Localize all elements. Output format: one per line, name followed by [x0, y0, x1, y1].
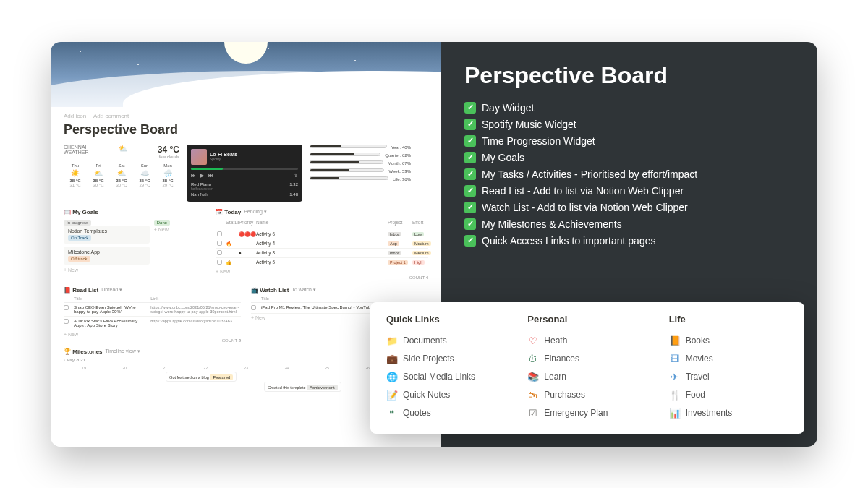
checkbox[interactable]	[64, 319, 69, 324]
goal-card[interactable]: Milestone AppOff track	[64, 247, 150, 265]
progress-row: Year: 40%	[310, 145, 411, 150]
check-icon: ✓	[464, 202, 476, 213]
new-task-button[interactable]: + New	[216, 269, 428, 274]
feature-item: ✓My Milestones & Achievements	[464, 218, 794, 230]
link-icon: ⏱	[527, 354, 538, 364]
link-icon: 💼	[386, 354, 397, 364]
quick-link[interactable]: 🌐Social Media Links	[386, 368, 506, 386]
popup-column: Personal♡Heath⏱Finances📚Learn🛍Purchases☑…	[527, 314, 647, 422]
feature-item: ✓My Tasks / Activities - Prioritised by …	[464, 168, 794, 180]
check-icon: ✓	[464, 168, 476, 180]
feature-item: ✓Spotify Music Widget	[464, 119, 794, 130]
checkbox[interactable]	[251, 305, 256, 310]
popup-heading: Life	[669, 314, 788, 325]
goal-card[interactable]: Notion TemplatesOn Track	[64, 226, 150, 244]
popup-heading: Quick Links	[386, 314, 506, 325]
album-art	[191, 149, 207, 165]
page-actions: Add icon Add comment	[64, 113, 428, 119]
next-icon: ⏭	[208, 173, 213, 178]
track-row[interactable]: Red Pianohalfpastseven1:32	[191, 181, 298, 192]
task-row[interactable]: 🔥Activity 4AppMedium	[216, 239, 428, 249]
check-icon: ✓	[464, 235, 476, 247]
link-icon: 🌐	[386, 372, 397, 382]
link-icon: 🛍	[527, 390, 538, 401]
quick-link[interactable]: 🎞Movies	[669, 350, 788, 368]
popup-column: Quick Links📁Documents💼Side Projects🌐Soci…	[386, 314, 506, 422]
progress-row: Quarter: 62%	[310, 153, 411, 158]
time-progression-widget: Year: 40%Quarter: 62%Month: 67%Week: 53%…	[310, 145, 411, 202]
weather-city: CHENNAI WEATHER	[64, 145, 88, 159]
page-cover: ▲▲ ▲	[51, 42, 441, 107]
timeline-view[interactable]: Timeline view ▾	[106, 348, 140, 354]
link-icon: 📙	[669, 335, 680, 346]
forecast-day: Thu☀️38 °C31 °C	[64, 163, 87, 187]
link-icon: ♡	[527, 335, 538, 346]
playback-progress[interactable]	[191, 168, 298, 170]
checkbox[interactable]	[64, 305, 69, 310]
add-comment-button[interactable]: Add comment	[93, 113, 129, 119]
quick-link[interactable]: ☑Emergency Plan	[527, 404, 647, 422]
today-header: 📅 Today	[216, 209, 241, 215]
new-goal-button[interactable]: + New	[64, 267, 150, 273]
milestone-event[interactable]: Created this template Achievement	[264, 382, 341, 392]
link-icon: ✈	[669, 372, 680, 382]
quick-link[interactable]: 💼Side Projects	[386, 350, 506, 368]
quick-link[interactable]: ♡Heath	[527, 332, 647, 350]
read-filter[interactable]: Unread ▾	[101, 287, 122, 293]
quick-link[interactable]: 📝Quick Notes	[386, 386, 506, 404]
quick-link[interactable]: ⏱Finances	[527, 350, 647, 368]
inprogress-column[interactable]: In progress	[64, 220, 91, 226]
feature-title: Perspective Board	[464, 62, 794, 89]
read-list-section: 📕 Read List Unread ▾ TitleLink Snap CEO …	[64, 287, 241, 343]
feature-item: ✓Read List - Add to list via Notion Web …	[464, 185, 794, 197]
quick-link[interactable]: 📊Investments	[669, 404, 788, 422]
feature-item: ✓Time Progression Widget	[464, 135, 794, 147]
watch-filter[interactable]: To watch ▾	[292, 287, 316, 293]
spotify-widget[interactable]: Lo-Fi Beats Spotify ⏮▶⏭ ⇪ Red Pianohalfp…	[187, 145, 302, 202]
quick-link[interactable]: 📚Learn	[527, 368, 647, 386]
quick-link[interactable]: 🛍Purchases	[527, 386, 647, 404]
quick-link[interactable]: ❝Quotes	[386, 404, 506, 422]
read-row[interactable]: A TikTok Star's Fave Accessibility Apps …	[64, 317, 241, 330]
link-icon: 📊	[669, 408, 680, 419]
checkbox[interactable]	[217, 241, 222, 246]
check-icon: ✓	[464, 119, 476, 130]
new-goal-button[interactable]: + New	[154, 227, 205, 232]
playback-controls[interactable]: ⏮▶⏭ ⇪	[191, 173, 298, 179]
checkbox[interactable]	[217, 231, 222, 236]
feature-item: ✓Watch List - Add to list via Notion Web…	[464, 202, 794, 213]
feature-item: ✓Day Widget	[464, 102, 794, 114]
checkbox[interactable]	[217, 260, 222, 265]
link-icon: 📚	[527, 372, 538, 382]
check-icon: ✓	[464, 135, 476, 147]
task-row[interactable]: 👍Activity 5Project 1High	[216, 258, 428, 267]
link-icon: ☑	[527, 408, 538, 419]
promo-card: ▲▲ ▲ Add icon Add comment Perspective Bo…	[51, 42, 817, 447]
popup-column: Life📙Books🎞Movies✈Travel🍴Food📊Investment…	[669, 314, 788, 422]
prev-month-icon[interactable]: ‹	[64, 358, 65, 362]
quick-link[interactable]: 📁Documents	[386, 332, 506, 350]
track-row[interactable]: Nah Nah1:48	[191, 192, 298, 197]
feature-item: ✓My Goals	[464, 152, 794, 163]
link-icon: ❝	[386, 408, 397, 419]
done-column[interactable]: Done	[154, 220, 170, 226]
check-icon: ✓	[464, 152, 476, 163]
my-goals-section: 🥅 My Goals In progress Notion TemplatesO…	[64, 209, 205, 280]
weather-widget: CHENNAI WEATHER ⛅ 34 °C few clouds Thu☀️…	[64, 145, 179, 202]
quick-link[interactable]: 🍴Food	[669, 386, 788, 404]
quick-link[interactable]: 📙Books	[669, 332, 788, 350]
goals-header: 🥅 My Goals	[64, 209, 98, 215]
popup-heading: Personal	[527, 314, 647, 325]
task-row[interactable]: 🔴🔴🔴Activity 6InboxLow	[216, 230, 428, 239]
quick-link[interactable]: ✈Travel	[669, 368, 788, 386]
task-row[interactable]: ●Activity 3InboxMedium	[216, 249, 428, 258]
forecast-day: Sat⛅36 °C30 °C	[110, 163, 133, 187]
new-read-button[interactable]: + New	[64, 332, 241, 337]
forecast-day: Mon🌧️38 °C29 °C	[156, 163, 179, 187]
add-icon-button[interactable]: Add icon	[64, 113, 86, 119]
read-row[interactable]: Snap CEO Evan Spiegel: 'We're happy to p…	[64, 303, 241, 317]
progress-row: Life: 36%	[310, 176, 411, 182]
checkbox[interactable]	[217, 250, 222, 255]
today-filter[interactable]: Pending ▾	[244, 209, 267, 215]
page-title: Perspective Board	[64, 122, 428, 137]
